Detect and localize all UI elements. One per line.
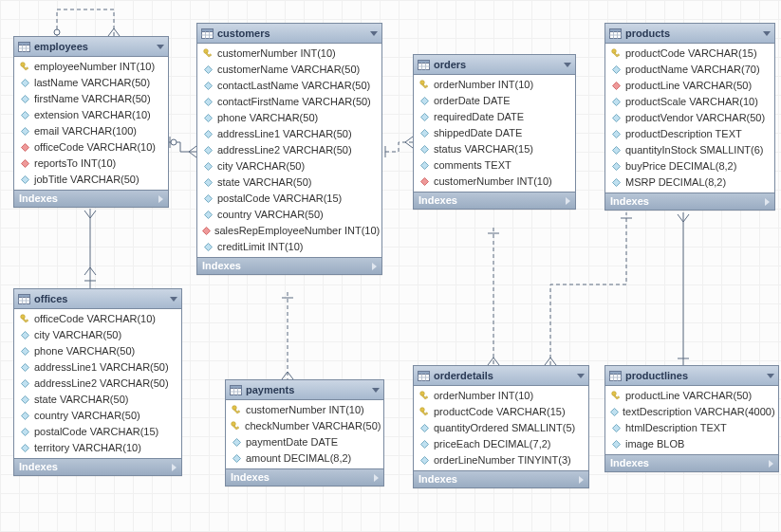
indexes-section[interactable]: Indexes <box>414 470 588 487</box>
column-row[interactable]: productCode VARCHAR(15) <box>414 404 588 420</box>
column-row[interactable]: shippedDate DATE <box>414 125 575 141</box>
column-row[interactable]: addressLine1 VARCHAR(50) <box>14 359 181 376</box>
svg-marker-86 <box>612 83 620 90</box>
column-row[interactable]: status VARCHAR(15) <box>414 141 575 157</box>
column-row[interactable]: buyPrice DECIMAL(8,2) <box>605 158 774 174</box>
column-row[interactable]: quantityOrdered SMALLINT(5) <box>414 420 588 436</box>
column-diamond-icon <box>418 423 430 434</box>
column-row[interactable]: territory VARCHAR(10) <box>14 440 181 456</box>
svg-marker-117 <box>420 425 428 432</box>
column-row[interactable]: phone VARCHAR(50) <box>197 110 381 126</box>
column-row[interactable]: comments TEXT <box>414 157 575 174</box>
column-row[interactable]: email VARCHAR(100) <box>14 123 168 139</box>
column-row[interactable]: contactLastName VARCHAR(50) <box>197 78 381 94</box>
column-row[interactable]: city VARCHAR(50) <box>14 327 181 343</box>
column-row[interactable]: contactFirstName VARCHAR(50) <box>197 94 381 110</box>
column-row[interactable]: city VARCHAR(50) <box>197 158 381 174</box>
column-row[interactable]: image BLOB <box>605 436 778 452</box>
table-header[interactable]: orderdetails <box>414 366 588 386</box>
column-row[interactable]: customerNumber INT(10) <box>197 46 381 62</box>
table-header[interactable]: products <box>605 24 774 44</box>
column-row[interactable]: htmlDescription TEXT <box>605 420 778 436</box>
column-row[interactable]: firstName VARCHAR(50) <box>14 91 168 107</box>
column-row[interactable]: quantityInStock SMALLINT(6) <box>605 142 774 158</box>
column-row[interactable]: requiredDate DATE <box>414 109 575 125</box>
column-row[interactable]: postalCode VARCHAR(15) <box>197 191 381 207</box>
svg-marker-118 <box>420 441 428 449</box>
indexes-section[interactable]: Indexes <box>605 193 774 210</box>
column-row[interactable]: orderDate DATE <box>414 93 575 109</box>
indexes-section[interactable]: Indexes <box>14 458 181 475</box>
column-row[interactable]: orderNumber INT(10) <box>414 388 588 404</box>
column-row[interactable]: jobTitle VARCHAR(50) <box>14 172 168 188</box>
column-row[interactable]: officeCode VARCHAR(10) <box>14 311 181 327</box>
column-row[interactable]: productScale VARCHAR(10) <box>605 94 774 110</box>
chevron-down-icon <box>577 374 585 378</box>
column-row[interactable]: checkNumber VARCHAR(50) <box>226 418 383 434</box>
column-row[interactable]: creditLimit INT(10) <box>197 239 381 255</box>
table-offices[interactable]: officesofficeCode VARCHAR(10)city VARCHA… <box>13 288 182 476</box>
chevron-right-icon <box>158 195 163 203</box>
column-row[interactable]: addressLine1 VARCHAR(50) <box>197 126 381 142</box>
column-row[interactable]: productLine VARCHAR(50) <box>605 388 778 404</box>
table-header[interactable]: offices <box>14 289 181 309</box>
column-row[interactable]: state VARCHAR(50) <box>14 392 181 408</box>
table-header[interactable]: payments <box>226 380 383 400</box>
svg-marker-56 <box>204 147 212 155</box>
columns-list: orderNumber INT(10)productCode VARCHAR(1… <box>414 386 588 470</box>
column-row[interactable]: paymentDate DATE <box>226 434 383 450</box>
column-row[interactable]: state VARCHAR(50) <box>197 174 381 191</box>
column-row[interactable]: productDescription TEXT <box>605 126 774 142</box>
table-header[interactable]: orders <box>414 55 575 75</box>
column-row[interactable]: addressLine2 VARCHAR(50) <box>14 376 181 392</box>
column-row[interactable]: country VARCHAR(50) <box>14 408 181 424</box>
table-header[interactable]: customers <box>197 24 381 44</box>
column-row[interactable]: MSRP DECIMAL(8,2) <box>605 174 774 191</box>
svg-marker-129 <box>612 425 620 432</box>
column-row[interactable]: productLine VARCHAR(50) <box>605 78 774 94</box>
column-row[interactable]: productVendor VARCHAR(50) <box>605 110 774 126</box>
column-row[interactable]: postalCode VARCHAR(15) <box>14 424 181 440</box>
column-text: addressLine1 VARCHAR(50) <box>34 359 169 376</box>
column-row[interactable]: productName VARCHAR(70) <box>605 62 774 78</box>
indexes-section[interactable]: Indexes <box>605 454 778 471</box>
column-row[interactable]: priceEach DECIMAL(7,2) <box>414 436 588 452</box>
table-orders[interactable]: ordersorderNumber INT(10)orderDate DATEr… <box>413 54 576 210</box>
table-header[interactable]: employees <box>14 37 168 57</box>
column-row[interactable]: officeCode VARCHAR(10) <box>14 139 168 156</box>
column-row[interactable]: country VARCHAR(50) <box>197 207 381 223</box>
indexes-section[interactable]: Indexes <box>14 190 168 207</box>
indexes-section[interactable]: Indexes <box>226 468 383 486</box>
column-row[interactable]: customerNumber INT(10) <box>414 174 575 190</box>
column-row[interactable]: employeeNumber INT(10) <box>14 59 168 75</box>
table-icon <box>18 293 30 305</box>
svg-marker-61 <box>203 228 211 235</box>
column-row[interactable]: extension VARCHAR(10) <box>14 107 168 123</box>
indexes-section[interactable]: Indexes <box>197 257 381 274</box>
column-row[interactable]: reportsTo INT(10) <box>14 156 168 172</box>
column-row[interactable]: addressLine2 VARCHAR(50) <box>197 142 381 158</box>
column-row[interactable]: orderNumber INT(10) <box>414 77 575 93</box>
column-row[interactable]: salesRepEmployeeNumber INT(10) <box>197 223 381 239</box>
table-productlines[interactable]: productlinesproductLine VARCHAR(50)textD… <box>604 365 779 472</box>
chevron-down-icon <box>370 31 378 36</box>
column-row[interactable]: productCode VARCHAR(15) <box>605 46 774 62</box>
column-row[interactable]: customerName VARCHAR(50) <box>197 62 381 78</box>
column-row[interactable]: phone VARCHAR(50) <box>14 343 181 359</box>
table-header[interactable]: productlines <box>605 366 778 386</box>
column-row[interactable]: customerNumber INT(10) <box>226 402 383 418</box>
key-icon <box>19 314 30 325</box>
indexes-section[interactable]: Indexes <box>414 192 575 209</box>
column-row[interactable]: amount DECIMAL(8,2) <box>226 450 383 467</box>
column-row[interactable]: lastName VARCHAR(50) <box>14 75 168 91</box>
table-employees[interactable]: employeesemployeeNumber INT(10)lastName … <box>13 36 169 208</box>
column-row[interactable]: orderLineNumber TINYINT(3) <box>414 452 588 468</box>
svg-point-32 <box>20 315 25 320</box>
table-customers[interactable]: customerscustomerNumber INT(10)customerN… <box>196 23 382 275</box>
indexes-label: Indexes <box>418 471 457 487</box>
table-payments[interactable]: paymentscustomerNumber INT(10)checkNumbe… <box>225 379 384 486</box>
column-row[interactable]: textDescription VARCHAR(4000) <box>605 404 778 420</box>
table-orderdetails[interactable]: orderdetailsorderNumber INT(10)productCo… <box>413 365 589 488</box>
svg-marker-62 <box>204 244 212 251</box>
table-products[interactable]: productsproductCode VARCHAR(15)productNa… <box>604 23 775 211</box>
